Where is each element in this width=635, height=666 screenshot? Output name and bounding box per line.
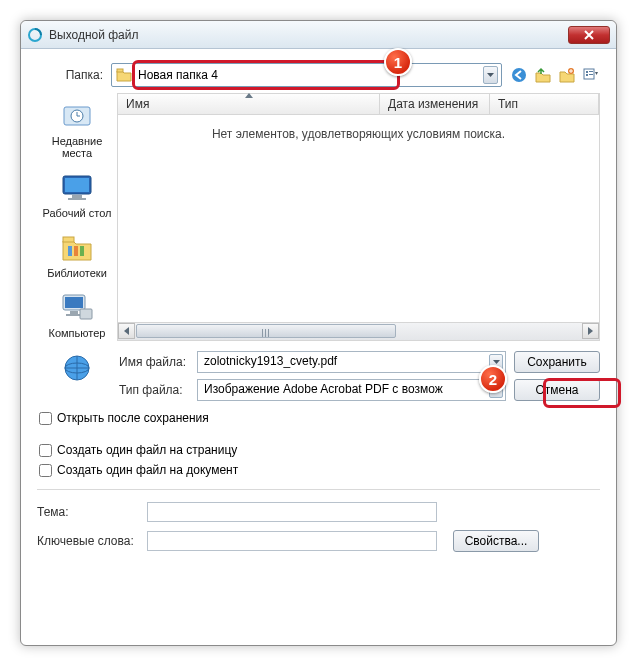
svg-rect-14 xyxy=(68,198,86,200)
svg-rect-13 xyxy=(72,195,82,198)
place-computer-label: Компьютер xyxy=(49,327,106,339)
filetype-label: Тип файла: xyxy=(117,383,197,397)
back-icon[interactable] xyxy=(510,66,528,84)
subject-input[interactable] xyxy=(147,502,437,522)
horizontal-scrollbar[interactable] xyxy=(117,323,600,341)
place-libraries-label: Библиотеки xyxy=(47,267,107,279)
open-after-label: Открыть после сохранения xyxy=(57,411,209,425)
network-icon xyxy=(58,351,96,385)
svg-rect-23 xyxy=(80,309,92,319)
scroll-thumb[interactable] xyxy=(136,324,396,338)
cancel-button[interactable]: Отмена xyxy=(514,379,600,401)
empty-message: Нет элементов, удовлетворяющих условиям … xyxy=(212,127,505,141)
keywords-input[interactable] xyxy=(147,531,437,551)
svg-rect-18 xyxy=(80,246,84,256)
list-header: Имя Дата изменения Тип xyxy=(117,93,600,115)
place-libraries[interactable]: Библиотеки xyxy=(47,231,107,279)
scroll-left-button[interactable] xyxy=(118,323,135,339)
places-bar: Недавние места Рабочий стол Библиотеки К… xyxy=(37,93,117,401)
desktop-icon xyxy=(58,171,96,205)
folder-name: Новая папка 4 xyxy=(138,68,218,82)
folder-icon xyxy=(116,68,132,82)
filename-input[interactable]: zolotnicky1913_cvety.pdf xyxy=(197,351,506,373)
place-recent[interactable]: Недавние места xyxy=(52,99,103,159)
svg-rect-17 xyxy=(74,246,78,256)
svg-rect-5 xyxy=(586,71,588,73)
place-computer[interactable]: Компьютер xyxy=(49,291,106,339)
sort-asc-icon xyxy=(245,93,253,98)
app-icon xyxy=(27,27,43,43)
annotation-badge-1: 1 xyxy=(384,48,412,76)
separator xyxy=(37,489,600,490)
folder-combo[interactable]: Новая папка 4 xyxy=(111,63,502,87)
libraries-icon xyxy=(58,231,96,265)
filetype-combo[interactable]: Изображение Adobe Acrobat PDF с возмож xyxy=(197,379,506,401)
svg-rect-1 xyxy=(117,69,123,72)
place-desktop[interactable]: Рабочий стол xyxy=(42,171,111,219)
one-per-doc-label: Создать один файл на документ xyxy=(57,463,238,477)
recent-icon xyxy=(58,99,96,133)
place-recent-label: Недавние места xyxy=(52,135,103,159)
computer-icon xyxy=(58,291,96,325)
place-desktop-label: Рабочий стол xyxy=(42,207,111,219)
svg-rect-16 xyxy=(68,246,72,256)
subject-label: Тема: xyxy=(37,505,147,519)
column-name[interactable]: Имя xyxy=(118,94,380,114)
new-folder-icon[interactable] xyxy=(558,66,576,84)
one-per-page-label: Создать один файл на страницу xyxy=(57,443,237,457)
one-per-doc-checkbox[interactable] xyxy=(39,464,52,477)
view-menu-icon[interactable] xyxy=(582,66,600,84)
keywords-label: Ключевые слова: xyxy=(37,534,147,548)
filename-label: Имя файла: xyxy=(117,355,197,369)
svg-rect-15 xyxy=(63,237,74,242)
column-date[interactable]: Дата изменения xyxy=(380,94,490,114)
titlebar: Выходной файл xyxy=(21,21,616,49)
column-type[interactable]: Тип xyxy=(490,94,599,114)
properties-button[interactable]: Свойства... xyxy=(453,530,539,552)
close-button[interactable] xyxy=(568,26,610,44)
svg-rect-6 xyxy=(586,74,588,76)
svg-rect-20 xyxy=(65,297,83,308)
svg-rect-7 xyxy=(589,71,593,72)
close-icon xyxy=(584,30,594,40)
svg-rect-12 xyxy=(65,178,89,192)
place-network[interactable] xyxy=(58,351,96,387)
chevron-down-icon[interactable] xyxy=(483,66,498,84)
svg-rect-8 xyxy=(589,74,593,75)
scroll-right-button[interactable] xyxy=(582,323,599,339)
file-list[interactable]: Нет элементов, удовлетворяющих условиям … xyxy=(117,115,600,323)
folder-label: Папка: xyxy=(37,68,111,82)
open-after-checkbox[interactable] xyxy=(39,412,52,425)
annotation-badge-2: 2 xyxy=(479,365,507,393)
svg-rect-21 xyxy=(70,311,78,314)
one-per-page-checkbox[interactable] xyxy=(39,444,52,457)
window-title: Выходной файл xyxy=(49,28,568,42)
svg-point-2 xyxy=(512,68,526,82)
up-folder-icon[interactable] xyxy=(534,66,552,84)
save-button[interactable]: Сохранить xyxy=(514,351,600,373)
